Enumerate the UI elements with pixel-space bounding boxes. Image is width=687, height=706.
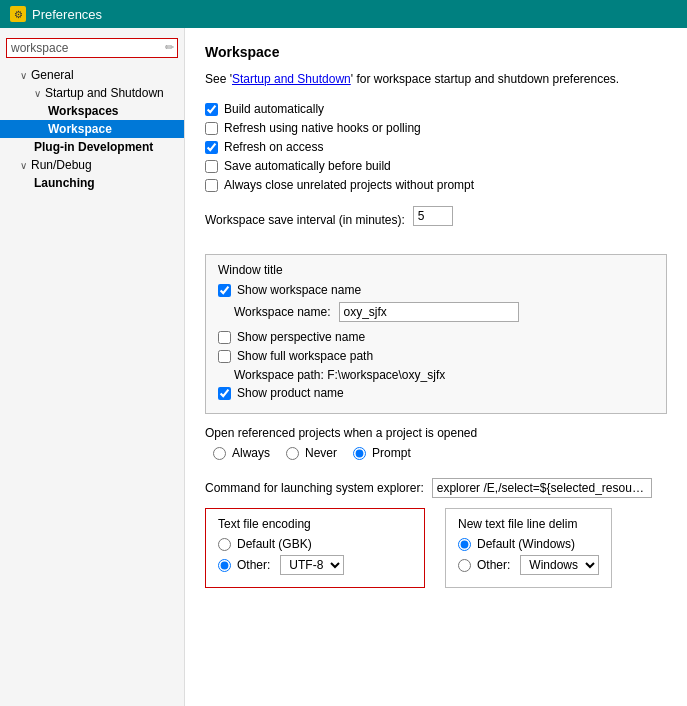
other-nl-radio[interactable] (458, 559, 471, 572)
new-line-title: New text file line delim (458, 517, 599, 531)
bottom-section: Text file encoding Default (GBK) Other: … (205, 508, 667, 588)
command-label: Command for launching system explorer: (205, 481, 424, 495)
sidebar: ✏ ∨ General ∨ Startup and Shutdown Works… (0, 28, 185, 706)
sidebar-item-label: General (31, 68, 74, 82)
edit-icon[interactable]: ✏ (165, 41, 174, 54)
prompt-radio[interactable] (353, 447, 366, 460)
desc-prefix: See ' (205, 72, 232, 86)
search-wrap: ✏ (0, 34, 184, 66)
sidebar-item-startup[interactable]: ∨ Startup and Shutdown (0, 84, 184, 102)
save-auto-row: Save automatically before build (205, 159, 667, 173)
startup-shutdown-link[interactable]: Startup and Shutdown (232, 72, 351, 86)
show-perspective-checkbox[interactable] (218, 331, 231, 344)
sidebar-item-label: Startup and Shutdown (45, 86, 164, 100)
other-nl-row: Other: Windows (458, 555, 599, 575)
new-line-box: New text file line delim Default (Window… (445, 508, 612, 588)
encoding-title: Text file encoding (218, 517, 412, 531)
app-icon: ⚙ (10, 6, 26, 22)
main-checkboxes: Build automatically Refresh using native… (205, 102, 667, 192)
sidebar-item-rundebug[interactable]: ∨ Run/Debug (0, 156, 184, 174)
title-bar: ⚙ Preferences (0, 0, 687, 28)
description: See 'Startup and Shutdown' for workspace… (205, 72, 667, 86)
sidebar-item-workspaces[interactable]: Workspaces (0, 102, 184, 120)
always-radio[interactable] (213, 447, 226, 460)
sidebar-item-label: Workspace (48, 122, 112, 136)
prompt-radio-row: Prompt (353, 446, 411, 460)
build-auto-checkbox[interactable] (205, 103, 218, 116)
sidebar-item-general[interactable]: ∨ General (0, 66, 184, 84)
save-interval-input[interactable] (413, 206, 453, 226)
save-interval-label: Workspace save interval (in minutes): (205, 213, 405, 227)
show-workspace-name-row: Show workspace name (218, 283, 654, 297)
sidebar-item-plugin[interactable]: Plug-in Development (0, 138, 184, 156)
open-projects-section: Open referenced projects when a project … (205, 426, 667, 464)
sidebar-item-label: Run/Debug (31, 158, 92, 172)
show-full-path-checkbox[interactable] (218, 350, 231, 363)
refresh-access-label: Refresh on access (224, 140, 323, 154)
other-encoding-label: Other: (237, 558, 270, 572)
always-label: Always (232, 446, 270, 460)
default-windows-radio[interactable] (458, 538, 471, 551)
command-input[interactable] (432, 478, 652, 498)
close-unrelated-label: Always close unrelated projects without … (224, 178, 474, 192)
newline-select[interactable]: Windows (520, 555, 599, 575)
default-gbk-row: Default (GBK) (218, 537, 412, 551)
desc-suffix: ' for workspace startup and shutdown pre… (351, 72, 619, 86)
refresh-native-row: Refresh using native hooks or polling (205, 121, 667, 135)
default-windows-label: Default (Windows) (477, 537, 575, 551)
chevron-icon: ∨ (34, 88, 41, 99)
show-product-label: Show product name (237, 386, 344, 400)
open-projects-label: Open referenced projects when a project … (205, 426, 667, 440)
build-auto-label: Build automatically (224, 102, 324, 116)
sidebar-item-label: Launching (34, 176, 95, 190)
main-container: ✏ ∨ General ∨ Startup and Shutdown Works… (0, 28, 687, 706)
never-radio[interactable] (286, 447, 299, 460)
workspace-name-input[interactable] (339, 302, 519, 322)
show-full-path-label: Show full workspace path (237, 349, 373, 363)
sidebar-item-label: Workspaces (48, 104, 118, 118)
refresh-access-checkbox[interactable] (205, 141, 218, 154)
sidebar-item-label: Plug-in Development (34, 140, 153, 154)
window-title-group: Window title Show workspace name Workspa… (205, 254, 667, 414)
command-row: Command for launching system explorer: (205, 478, 667, 498)
save-auto-checkbox[interactable] (205, 160, 218, 173)
show-perspective-row: Show perspective name (218, 330, 654, 344)
chevron-icon: ∨ (20, 70, 27, 81)
chevron-icon: ∨ (20, 160, 27, 171)
window-title-group-label: Window title (218, 263, 654, 277)
workspace-name-row: Workspace name: (218, 302, 654, 322)
page-title: Workspace (205, 44, 667, 64)
other-nl-label: Other: (477, 558, 510, 572)
encoding-select[interactable]: UTF-8 (280, 555, 344, 575)
prompt-label: Prompt (372, 446, 411, 460)
refresh-native-checkbox[interactable] (205, 122, 218, 135)
never-radio-row: Never (286, 446, 337, 460)
encoding-box: Text file encoding Default (GBK) Other: … (205, 508, 425, 588)
workspace-path-value: F:\workspace\oxy_sjfx (327, 368, 445, 382)
workspace-path-row: Workspace path: F:\workspace\oxy_sjfx (218, 368, 654, 382)
workspace-name-label: Workspace name: (234, 305, 331, 319)
save-interval-row: Workspace save interval (in minutes): (205, 206, 667, 234)
show-workspace-name-label: Show workspace name (237, 283, 361, 297)
default-windows-row: Default (Windows) (458, 537, 599, 551)
window-title: Preferences (32, 7, 102, 22)
search-input[interactable] (6, 38, 178, 58)
default-gbk-radio[interactable] (218, 538, 231, 551)
build-auto-row: Build automatically (205, 102, 667, 116)
other-encoding-radio[interactable] (218, 559, 231, 572)
show-product-row: Show product name (218, 386, 654, 400)
sidebar-item-launching[interactable]: Launching (0, 174, 184, 192)
show-full-path-row: Show full workspace path (218, 349, 654, 363)
close-unrelated-row: Always close unrelated projects without … (205, 178, 667, 192)
content-panel: Workspace See 'Startup and Shutdown' for… (185, 28, 687, 706)
show-product-checkbox[interactable] (218, 387, 231, 400)
close-unrelated-checkbox[interactable] (205, 179, 218, 192)
sidebar-item-workspace[interactable]: Workspace (0, 120, 184, 138)
never-label: Never (305, 446, 337, 460)
show-perspective-label: Show perspective name (237, 330, 365, 344)
refresh-native-label: Refresh using native hooks or polling (224, 121, 421, 135)
other-utf8-row: Other: UTF-8 (218, 555, 412, 575)
default-gbk-label: Default (GBK) (237, 537, 312, 551)
show-workspace-name-checkbox[interactable] (218, 284, 231, 297)
workspace-path-label: Workspace path: (234, 368, 327, 382)
